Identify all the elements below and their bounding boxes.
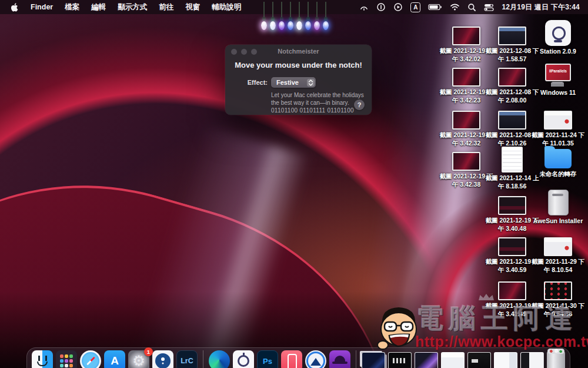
desktop-icon[interactable]: 截圖 2021-12-14 上 午 8.18.56 [488,152,536,190]
dock-separator [356,350,356,368]
desktop-icon[interactable]: 截圖 2021-12-19 下 午 3.42.02 [442,26,490,63]
menu-bar-status: A 12月19日 週日 下午3:44 [359,2,580,12]
effect-dropdown-value: Festive [276,79,299,86]
desktop-icon-label: 截圖 2021-12-14 上 午 8.18.56 [485,174,539,190]
desktop-icon[interactable]: 截圖 2021-12-19 下 午 3.42.38 [442,152,490,188]
description-line-1: Let your Mac celebrate the holidays [271,92,364,100]
help-button[interactable]: ? [354,100,365,110]
apple-menu-icon[interactable] [9,3,24,12]
battery-icon[interactable] [428,3,442,11]
desktop-icon-thumbnail [498,196,526,215]
desktop-icon-thumbnail [452,111,480,130]
desktop-icon-label: Windows 11 [540,89,576,97]
desktop-icon-label: 截圖 2021-11-29 下 午 8.10.54 [532,258,584,274]
desktop-icon[interactable]: 截圖 2021-11-24 下 午 11.01.35 [534,111,582,147]
desktop-icon-label: AweSun Installer [533,217,583,226]
icon-glyph-text: ‖Parallels [544,69,572,73]
control-center-icon[interactable] [484,3,494,12]
desktop-icon-thumbnail [498,26,526,45]
desktop-icon-label: 截圖 2021-12-08 下 午 1.58.57 [485,47,539,63]
dock-lightroom-classic[interactable]: LrC [176,350,198,368]
dock-1password[interactable] [152,350,173,368]
dock-finder[interactable] [32,350,53,368]
desktop-icon[interactable]: 截圖 2021-12-08 下 午 2.10.26 [488,111,536,147]
dock-window-grid[interactable] [388,352,412,368]
menu-bar-clock[interactable]: 12月19日 週日 下午3:44 [502,2,580,12]
effect-dropdown[interactable]: Festive [271,77,316,88]
desktop-icon-label: 截圖 2021-12-19 下 午 3.40.48 [485,217,539,233]
desktop-icon[interactable]: AweSun Installer [534,196,582,226]
arc-icon[interactable] [359,3,369,12]
dock-alfred[interactable] [329,350,350,368]
dock-window-light[interactable] [441,352,465,368]
toolbox-circle-icon[interactable] [376,2,386,12]
menu-view[interactable]: 顯示方式 [112,2,152,12]
notification-badge: 1 [144,347,153,356]
menu-window[interactable]: 視窗 [180,2,205,12]
desktop-icon[interactable]: 截圖 2021-11-29 下 午 8.10.54 [534,237,582,274]
menu-bar-left: Finder 檔案 編輯 顯示方式 前往 視窗 輔助說明 [9,2,246,12]
desktop-icon-thumbnail [452,68,480,87]
dock-app-store[interactable]: A [104,350,125,368]
desktop-icon-thumbnail [452,26,480,45]
spotlight-icon[interactable] [467,3,476,12]
dock-safari[interactable] [80,350,101,368]
dock-window-list[interactable] [520,352,544,368]
binary-text: 01101100 01101111 01101100 [271,107,354,114]
menu-file[interactable]: 檔案 [59,2,85,12]
input-source-icon[interactable]: A [410,2,420,12]
dock-edge[interactable] [209,350,230,368]
chevron-up-down-icon [307,79,315,87]
desktop-icon-label: 截圖 2021-12-08 下 午 2.08.00 [485,88,539,104]
dock-phone-app[interactable] [281,350,302,368]
desktop-icon-thumbnail [548,190,569,216]
desktop-icon[interactable]: 截圖 2021-12-19 下 午 3.41.49 [488,281,536,318]
desktop-icon-thumbnail [544,111,572,130]
desktop-icon-thumbnail [498,68,526,87]
desktop-icon[interactable]: 截圖 2021-12-19 下 午 3.42.23 [442,68,490,104]
dock-window-dark[interactable] [467,352,491,368]
menu-edit[interactable]: 編輯 [86,2,111,12]
effect-label: Effect: [225,79,268,86]
wifi-icon[interactable] [450,3,460,11]
dock-icon-glyph: LrC [177,351,197,368]
effect-description: Let your Mac celebrate the holidays the … [271,92,364,107]
window-title: Notchmeister [225,48,372,55]
desktop-icon-label: 截圖 2021-11-24 下 午 11.01.35 [532,131,584,147]
desktop-icon-thumbnail [545,20,571,46]
dock-nordvpn[interactable] [305,350,326,368]
desktop-icon[interactable]: 截圖 2021-11-30 下 午 9.54.36 [534,281,582,318]
desktop-icon-thumbnail [498,237,526,256]
menu-finder[interactable]: Finder [25,3,58,11]
dock-photoshop[interactable]: Ps [257,350,278,368]
menu-go[interactable]: 前往 [153,2,179,12]
desktop-icon-thumbnail [498,111,526,130]
menu-bar: Finder 檔案 編輯 顯示方式 前往 視窗 輔助說明 A [0,0,588,14]
desktop-icon[interactable]: 截圖 2021-12-19 下 午 3.42.32 [442,111,490,147]
desktop-icon-thumbnail [544,149,572,168]
desktop-icon-thumbnail: ‖Parallels [544,64,572,87]
desktop-icon[interactable]: 截圖 2021-12-08 下 午 2.08.00 [488,68,536,104]
dock-window-purple[interactable] [415,352,438,368]
desktop-icon-thumbnail [498,281,526,300]
dock-station[interactable] [233,350,254,368]
dock-icon-glyph: Ps [258,351,278,368]
desktop-icon[interactable]: 截圖 2021-12-19 下 午 3.40.59 [488,237,536,274]
desktop-icon[interactable]: 截圖 2021-12-19 下 午 3.40.48 [488,196,536,233]
desktop-icon-thumbnail [544,281,572,300]
desktop-icon[interactable]: 未命名的轉存 [534,152,582,178]
menu-help[interactable]: 輔助說明 [206,2,246,12]
dock-trash[interactable] [547,352,565,368]
play-circle-icon[interactable] [393,2,403,12]
dock-launchpad[interactable] [56,350,77,368]
desktop-icon[interactable]: Station 2.0.9 [534,26,582,56]
notchmeister-window[interactable]: Notchmeister Move your mouse under the n… [225,45,372,115]
dock-window-light-2[interactable] [494,352,517,368]
desktop-icon-thumbnail [452,152,480,171]
dock-system-settings[interactable]: 1 [128,350,149,368]
desktop-icon-label: 未命名的轉存 [540,170,577,178]
desktop-icon[interactable]: 截圖 2021-12-08 下 午 1.58.57 [488,26,536,63]
dock-icon-glyph: A [104,350,125,368]
dock-window-stack[interactable] [362,352,385,368]
desktop-icon[interactable]: ‖Parallels Windows 11 [534,68,582,97]
